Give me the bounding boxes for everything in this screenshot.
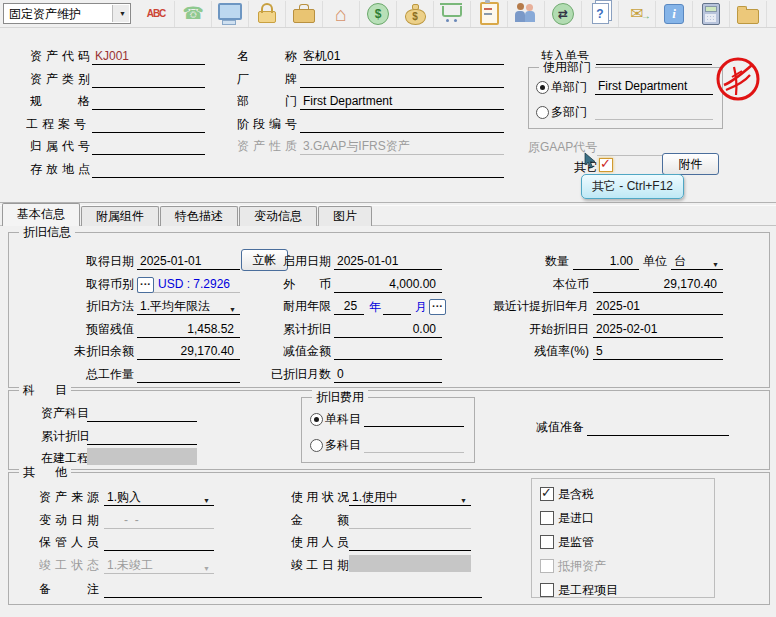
transfer-icon[interactable]: ⇄	[545, 1, 582, 27]
module-select-arrow-button[interactable]: ▼	[112, 5, 129, 22]
multi-account-radio[interactable]	[310, 439, 323, 452]
imported-checkbox[interactable]	[540, 511, 554, 525]
residual-rate-label: 残值率(%)	[429, 343, 589, 360]
asset-nature-field: 3.GAAP与IFRS资产	[300, 138, 504, 155]
remark-field[interactable]	[104, 581, 482, 598]
other-checkbox[interactable]	[599, 158, 613, 172]
residual-rate-field[interactable]: 5	[593, 343, 723, 360]
belong-code-label: 归属代号	[30, 138, 90, 153]
translate-icon[interactable]: ABC	[138, 1, 175, 27]
computer-icon[interactable]	[212, 1, 249, 27]
location-label: 存放地点	[30, 161, 90, 176]
usage-status-select[interactable]: 1.使用中▼	[349, 489, 471, 506]
single-department-field[interactable]: First Department	[595, 78, 713, 95]
accum-dep-field[interactable]: 0.00	[334, 321, 442, 338]
impairment-provision-field[interactable]	[587, 419, 729, 436]
use-department-group: 使用部门 单部门 First Department 多部门	[528, 67, 723, 129]
tab-changes[interactable]: 变动信息	[239, 206, 317, 226]
folder-icon[interactable]	[730, 1, 767, 27]
transfer-no-field[interactable]	[596, 48, 712, 65]
toolbar: 固定资产维护 ▼ ABC ☎ ⌂ $ $ ⇄ ? ✉→ i	[0, 0, 776, 28]
department-field[interactable]: First Department	[300, 93, 504, 110]
foreign-currency-field[interactable]: 4,000.00	[334, 276, 442, 293]
impairment-field[interactable]	[334, 343, 442, 360]
supervised-checkbox[interactable]	[540, 535, 554, 549]
stage-no-label: 阶段编号	[237, 116, 297, 131]
cart-icon[interactable]	[434, 1, 471, 27]
dep-expense-group: 折旧费用 单科目 多科目	[301, 397, 475, 463]
attachment-button[interactable]: 附件	[662, 153, 719, 175]
qty-field[interactable]: 1.00	[573, 253, 639, 270]
impairment-label: 减值金额	[219, 343, 331, 360]
clipboard-icon[interactable]	[471, 1, 508, 27]
completion-date-field	[349, 555, 471, 572]
account-group: 科目 资产科目 累计折旧 在建工程 折旧费用 单科目 多科目 减值准备	[8, 390, 770, 470]
accum-account-label: 累计折旧	[41, 428, 89, 445]
amount-label: 金额	[291, 512, 349, 527]
home-icon[interactable]: ⌂	[323, 1, 360, 27]
taxed-checkbox[interactable]	[540, 487, 554, 501]
dep-start-field[interactable]: 2025-02-01	[593, 321, 723, 338]
amount-field	[349, 512, 471, 529]
user-label: 使用人员	[291, 534, 349, 549]
multi-department-radio[interactable]	[536, 106, 549, 119]
location-field[interactable]	[92, 161, 504, 178]
enable-date-field[interactable]: 2025-01-01	[334, 253, 442, 270]
user-field[interactable]	[349, 534, 471, 551]
tab-picture[interactable]: 图片	[318, 206, 372, 226]
single-account-field[interactable]	[364, 410, 464, 427]
life-years-field[interactable]: 25	[334, 298, 364, 315]
single-department-radio[interactable]	[536, 81, 549, 94]
tab-attachments[interactable]: 附属组件	[81, 206, 159, 226]
lock-icon[interactable]	[249, 1, 286, 27]
depreciated-months-field[interactable]: 0	[334, 366, 442, 383]
project-no-field[interactable]	[92, 116, 205, 133]
asset-code-field[interactable]: KJ001	[92, 48, 205, 65]
calculator-icon[interactable]	[693, 1, 730, 27]
chevron-down-icon: ▼	[712, 257, 719, 273]
name-field[interactable]: 客机01	[300, 48, 504, 65]
module-select[interactable]: 固定资产维护 ▼	[3, 3, 131, 24]
mail-send-icon[interactable]: ✉→	[619, 1, 656, 27]
single-account-radio[interactable]	[310, 413, 323, 426]
asset-account-field[interactable]	[87, 405, 197, 422]
custodian-field[interactable]	[104, 534, 214, 551]
brand-field[interactable]	[300, 71, 504, 88]
help-doc-icon[interactable]: ?	[582, 1, 619, 27]
dep-start-label: 开始折旧日	[429, 321, 589, 338]
tab-features[interactable]: 特色描述	[160, 206, 238, 226]
asset-class-field[interactable]	[92, 71, 205, 88]
asset-source-select[interactable]: 1.购入▼	[104, 489, 214, 506]
brand-label: 厂牌	[237, 71, 297, 86]
phone-icon[interactable]: ☎	[175, 1, 212, 27]
spec-label: 规格	[30, 93, 90, 108]
project-item-checkbox[interactable]	[540, 583, 554, 597]
life-months-field[interactable]	[383, 298, 411, 315]
unit-label: 单位	[643, 253, 667, 270]
info-icon[interactable]: i	[656, 1, 693, 27]
unit-select[interactable]: 台▼	[671, 253, 723, 270]
multi-account-field	[364, 436, 464, 453]
asset-source-label: 资产来源	[39, 489, 99, 504]
briefcase-icon[interactable]	[286, 1, 323, 27]
stage-no-field[interactable]	[300, 116, 504, 133]
dollar-coin-icon[interactable]: $	[360, 1, 397, 27]
people-icon[interactable]	[508, 1, 545, 27]
chevron-down-icon: ▼	[203, 493, 210, 509]
cip-field	[87, 448, 197, 465]
department-label: 部门	[237, 93, 297, 108]
spec-field[interactable]	[92, 93, 205, 110]
project-item-checkbox-label: 是工程项目	[558, 582, 618, 599]
base-currency-field[interactable]: 29,170.40	[593, 276, 723, 293]
currency-browse-button[interactable]: ···	[137, 277, 154, 293]
enable-date-label: 启用日期	[219, 253, 331, 270]
project-no-label: 工程案号	[26, 116, 86, 131]
asset-code-label: 资产代码	[30, 48, 90, 63]
belong-code-field[interactable]	[92, 138, 205, 155]
recent-dep-field[interactable]: 2025-01	[593, 298, 723, 315]
accum-account-field[interactable]	[87, 428, 197, 445]
money-bag-icon[interactable]: $	[397, 1, 434, 27]
tab-basic-info[interactable]: 基本信息	[2, 203, 80, 226]
supervised-checkbox-label: 是监管	[558, 534, 594, 551]
asset-nature-label: 资产性质	[237, 138, 297, 153]
